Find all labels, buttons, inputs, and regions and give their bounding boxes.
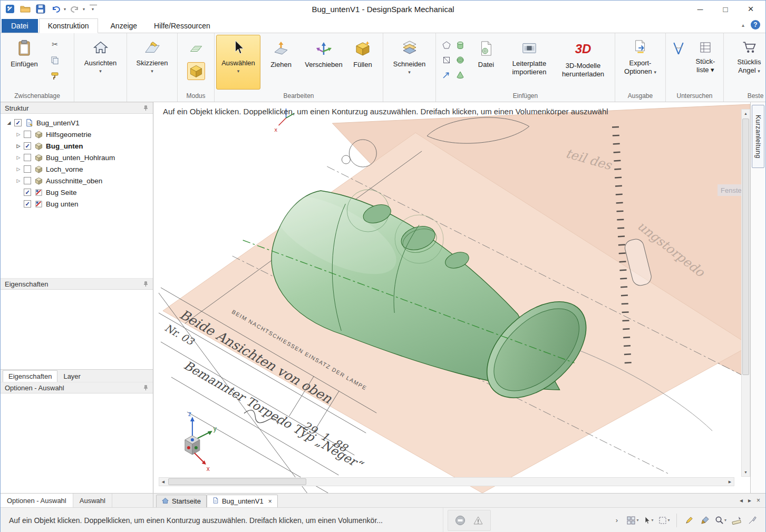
sketch-mode-icon[interactable] <box>187 39 205 57</box>
open-icon[interactable] <box>19 3 32 15</box>
redo-caret-icon[interactable]: ▾ <box>83 7 85 12</box>
shape-sphere-icon[interactable] <box>453 53 467 67</box>
tab-layer[interactable]: Layer <box>57 370 86 382</box>
tab-startseite[interactable]: Startseite <box>156 495 207 507</box>
expander-icon[interactable]: ▷ <box>14 166 23 172</box>
shape-polygon-icon[interactable] <box>440 38 453 53</box>
3d-scene[interactable]: Nr. 03 Beide Ansichten von oben BEIM NAC… <box>153 102 750 493</box>
expander-icon[interactable]: ▷ <box>14 155 23 160</box>
tab-eigenschaften[interactable]: Eigenschaften <box>3 370 57 382</box>
pin-icon[interactable] <box>143 385 149 391</box>
tree-item-component[interactable]: ▷ Loch_vorne <box>1 163 153 175</box>
copy-icon[interactable] <box>49 54 61 66</box>
viewport[interactable]: Auf ein Objekt klicken. Doppelklicken, u… <box>153 102 750 493</box>
minimize-button[interactable]: ─ <box>687 2 713 16</box>
horizontal-scrollbar[interactable]: ◀ ▶ <box>159 477 734 486</box>
close-document-icon[interactable]: × <box>757 497 760 504</box>
stueckliste-button[interactable]: Stück-liste ▾ <box>690 35 721 90</box>
cut-icon[interactable]: ✂ <box>49 38 61 51</box>
tree-item-sketch[interactable]: ✓ Bug Seite <box>1 186 153 198</box>
fuellen-button[interactable]: Füllen <box>346 35 380 90</box>
maximize-button[interactable]: □ <box>713 2 738 16</box>
warning-icon[interactable] <box>471 513 485 528</box>
shape-cylinder-icon[interactable] <box>453 38 467 53</box>
visibility-checkbox[interactable]: ✓ <box>24 142 31 150</box>
expander-icon[interactable]: ▷ <box>14 178 23 183</box>
solid-mode-icon[interactable] <box>187 62 205 80</box>
selection-box-icon[interactable]: ▾ <box>657 513 671 528</box>
modelle-herunterladen-button[interactable]: 3D 3D-Modelleherunterladen <box>556 35 610 90</box>
paintbrush-icon[interactable] <box>698 513 712 528</box>
ausrichten-button[interactable]: Ausrichten ▾ <box>79 35 123 90</box>
pin-icon[interactable] <box>143 281 149 287</box>
redo-button[interactable] <box>69 3 81 15</box>
undo-button[interactable] <box>50 3 62 15</box>
quick-guide-tab[interactable]: Kurzanleitung <box>752 105 764 168</box>
auswaehlen-button[interactable]: Auswählen ▾ <box>216 35 260 90</box>
customize-quick-access-icon[interactable]: ▾ <box>90 5 97 13</box>
expander-icon[interactable]: ▷ <box>14 132 23 137</box>
scroll-up-icon[interactable]: ▲ <box>742 110 750 117</box>
close-button[interactable]: × <box>738 2 763 16</box>
tab-anzeige[interactable]: Anzeige <box>102 19 146 33</box>
tree-item-sketch[interactable]: ✓ Bug unten <box>1 198 153 210</box>
select-tool-icon[interactable]: ▾ <box>642 513 655 528</box>
pin-icon[interactable] <box>143 105 149 111</box>
tab-datei[interactable]: Datei <box>2 19 38 33</box>
ziehen-button[interactable]: Ziehen <box>260 35 302 90</box>
expander-icon[interactable]: ▷ <box>14 143 23 149</box>
visibility-checkbox[interactable] <box>24 177 31 184</box>
undo-caret-icon[interactable]: ▾ <box>64 7 66 12</box>
vertical-scrollbar[interactable]: ▲ ▼ <box>741 109 750 477</box>
shape-cone-icon[interactable] <box>453 67 467 82</box>
datei-einfuegen-button[interactable]: Datei <box>469 35 503 90</box>
scroll-left-icon[interactable]: ◀ <box>159 478 167 486</box>
visibility-checkbox[interactable]: ✓ <box>24 189 31 196</box>
vertical-scroll-thumb[interactable] <box>742 119 749 375</box>
stueckliste-angebot-button[interactable]: StücklisAngel ▾ <box>725 35 765 90</box>
prev-tab-icon[interactable]: ◂ <box>740 497 743 504</box>
tab-konstruktion[interactable]: Konstruktion <box>39 18 98 33</box>
shape-arrow-icon[interactable] <box>440 67 453 82</box>
measure-icon[interactable] <box>730 513 743 528</box>
scroll-right-icon[interactable]: ▶ <box>726 478 734 486</box>
visibility-checkbox[interactable] <box>24 154 31 161</box>
shape-box-icon[interactable] <box>440 53 453 67</box>
next-tab-icon[interactable]: ▸ <box>748 497 751 504</box>
visibility-checkbox[interactable]: ✓ <box>14 119 22 126</box>
visibility-checkbox[interactable] <box>24 165 31 173</box>
pencil-icon[interactable] <box>682 513 696 528</box>
export-optionen-button[interactable]: Export-Optionen ▾ <box>617 35 664 90</box>
tree-item-component[interactable]: ▷ Ausschnitte_oben <box>1 175 153 186</box>
layout-icon[interactable]: ▾ <box>626 513 639 528</box>
schneiden-button[interactable]: Schneiden ▾ <box>387 35 432 90</box>
panel-tab-optionen-auswahl[interactable]: Optionen - Auswahl <box>1 494 73 507</box>
panel-tab-auswahl[interactable]: Auswahl <box>73 494 112 507</box>
save-icon[interactable] <box>34 3 47 15</box>
skizzieren-button[interactable]: Skizzieren ▾ <box>130 35 174 90</box>
verschieben-button[interactable]: Verschieben <box>302 35 346 90</box>
zoom-icon[interactable]: ▾ <box>714 513 728 528</box>
visibility-checkbox[interactable] <box>24 131 31 138</box>
collapse-ribbon-icon[interactable]: ▴ <box>742 22 744 28</box>
tab-bug-untenv1[interactable]: Bug_untenV1 × <box>207 495 278 507</box>
horizontal-scroll-thumb[interactable] <box>168 478 306 485</box>
stop-icon[interactable] <box>453 513 467 528</box>
paste-button[interactable]: Einfügen <box>2 35 46 90</box>
visibility-checkbox[interactable]: ✓ <box>24 200 31 208</box>
tab-hilfe-ressourcen[interactable]: Hilfe/Ressourcen <box>146 19 219 33</box>
scroll-down-icon[interactable]: ▼ <box>742 468 750 476</box>
tree-item-component[interactable]: ▷ Hilfsgeometrie <box>1 129 153 140</box>
tree-item-component[interactable]: ▷ ✓ Bug_unten <box>1 140 153 152</box>
messen-button[interactable] <box>667 35 690 90</box>
help-icon[interactable]: ? <box>751 20 760 29</box>
chevron-right-icon[interactable]: › <box>610 513 624 528</box>
format-painter-icon[interactable] <box>49 70 61 82</box>
expander-icon[interactable]: ◢ <box>5 120 13 125</box>
tree-item-design[interactable]: ◢ ✓ Bug_untenV1 <box>1 117 153 129</box>
close-tab-icon[interactable]: × <box>268 498 272 505</box>
app-logo-icon[interactable] <box>4 3 16 15</box>
leiterplatte-button[interactable]: Leiterplatteimportieren <box>503 35 556 90</box>
tree-item-component[interactable]: ▷ Bug_unten_Hohlraum <box>1 152 153 163</box>
annotate-icon[interactable] <box>745 513 759 528</box>
